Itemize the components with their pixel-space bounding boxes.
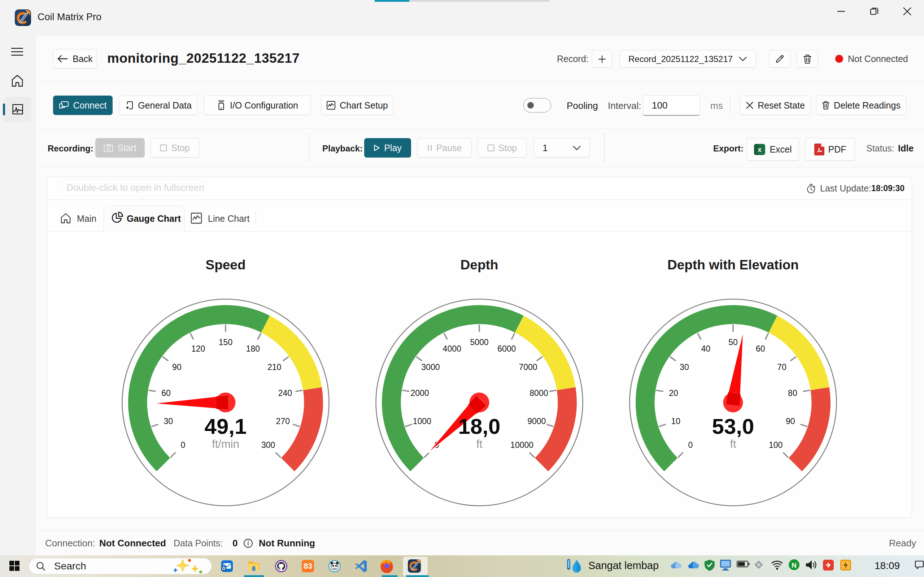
svg-text:83: 83 — [304, 561, 312, 571]
svg-text:18,0: 18,0 — [459, 414, 501, 438]
svg-text:4000: 4000 — [443, 344, 461, 353]
svg-text:40: 40 — [701, 344, 710, 353]
svg-text:0: 0 — [181, 440, 186, 450]
svg-text:10000: 10000 — [510, 440, 533, 450]
svg-text:18:09: 18:09 — [874, 560, 900, 571]
svg-text:120: 120 — [191, 344, 205, 353]
svg-text:180: 180 — [246, 344, 260, 353]
svg-text:300: 300 — [261, 440, 275, 450]
svg-text:49,1: 49,1 — [205, 414, 247, 438]
svg-text:60: 60 — [756, 344, 765, 353]
svg-text:150: 150 — [219, 338, 233, 347]
svg-text:240: 240 — [278, 388, 292, 398]
svg-text:90: 90 — [786, 416, 795, 426]
svg-text:2000: 2000 — [411, 388, 429, 398]
svg-text:ft: ft — [730, 438, 736, 450]
svg-text:210: 210 — [267, 363, 281, 372]
svg-text:8000: 8000 — [530, 388, 548, 398]
svg-text:x: x — [758, 146, 762, 153]
svg-text:Sangat lembap: Sangat lembap — [588, 560, 659, 571]
svg-text:30: 30 — [680, 363, 689, 372]
svg-text:Speed: Speed — [205, 258, 246, 272]
svg-text:3000: 3000 — [421, 363, 439, 372]
svg-text:70: 70 — [777, 363, 787, 372]
svg-text:0: 0 — [688, 440, 693, 450]
svg-text:9000: 9000 — [527, 416, 546, 426]
svg-text:7000: 7000 — [519, 363, 538, 372]
svg-text:ft/min: ft/min — [212, 438, 239, 450]
svg-text:60: 60 — [162, 388, 171, 398]
svg-text:80: 80 — [788, 388, 797, 398]
svg-text:5000: 5000 — [470, 338, 488, 347]
svg-text:50: 50 — [729, 338, 738, 347]
svg-text:Depth with Elevation: Depth with Elevation — [667, 258, 799, 272]
svg-text:ft: ft — [476, 438, 483, 450]
svg-text:30: 30 — [163, 416, 173, 426]
svg-text:270: 270 — [276, 416, 290, 426]
svg-text:6000: 6000 — [498, 344, 516, 353]
svg-text:10: 10 — [671, 416, 680, 426]
svg-text:100: 100 — [769, 440, 782, 450]
svg-text:1000: 1000 — [413, 416, 431, 426]
svg-text:20: 20 — [669, 388, 678, 398]
svg-text:90: 90 — [172, 363, 181, 372]
svg-text:53,0: 53,0 — [712, 414, 754, 438]
svg-text:N: N — [792, 561, 796, 569]
svg-text:Depth: Depth — [460, 258, 498, 272]
